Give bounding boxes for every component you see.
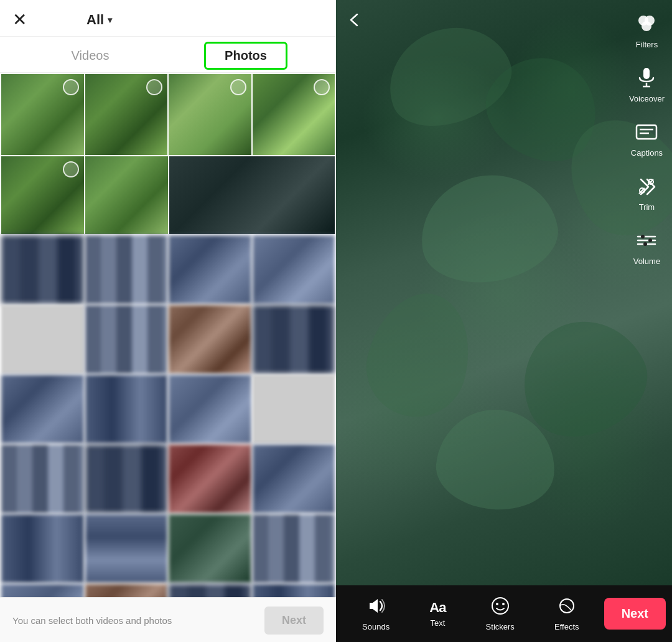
grid-row bbox=[1, 235, 335, 304]
grid-cell[interactable] bbox=[85, 235, 168, 304]
filter-label: All bbox=[86, 12, 104, 28]
right-panel: Filters Voiceover bbox=[336, 0, 672, 642]
grid-row bbox=[1, 445, 335, 513]
stickers-icon bbox=[491, 597, 510, 620]
captions-label: Captions bbox=[631, 148, 663, 158]
close-button[interactable]: ✕ bbox=[12, 11, 27, 29]
bottom-hint: You can select both videos and photos bbox=[12, 615, 172, 626]
grid-cell[interactable] bbox=[253, 445, 335, 513]
volume-icon bbox=[633, 227, 660, 254]
nav-effects[interactable]: Effects bbox=[554, 597, 579, 631]
svg-point-20 bbox=[496, 603, 498, 605]
grid-cell[interactable] bbox=[169, 156, 335, 234]
grid-cell[interactable] bbox=[1, 305, 84, 374]
select-circle bbox=[230, 79, 246, 95]
text-label: Text bbox=[430, 618, 445, 628]
bottom-bar: You can select both videos and photos Ne… bbox=[0, 597, 336, 642]
grid-cell[interactable] bbox=[1, 445, 84, 513]
right-tools: Filters Voiceover bbox=[629, 10, 665, 266]
grid-row bbox=[1, 514, 335, 583]
grid-cell[interactable] bbox=[253, 305, 335, 374]
grid-row bbox=[1, 156, 335, 234]
grid-cell[interactable] bbox=[253, 514, 335, 583]
grid-cell[interactable] bbox=[1, 156, 84, 234]
tool-volume[interactable]: Volume bbox=[633, 227, 660, 266]
grid-cell[interactable] bbox=[169, 305, 251, 374]
effects-label: Effects bbox=[554, 622, 579, 631]
grid-cell[interactable] bbox=[85, 445, 168, 513]
tool-voiceover[interactable]: Voiceover bbox=[629, 64, 665, 103]
grid-cell[interactable] bbox=[253, 235, 335, 304]
volume-label: Volume bbox=[633, 257, 660, 266]
grid-cell[interactable] bbox=[253, 375, 335, 443]
grid-cell[interactable] bbox=[1, 584, 84, 597]
tab-photos-wrapper: Photos bbox=[168, 42, 324, 70]
nav-sounds[interactable]: Sounds bbox=[362, 597, 390, 631]
sounds-label: Sounds bbox=[362, 622, 390, 631]
grid-cell[interactable] bbox=[85, 156, 168, 234]
captions-icon bbox=[633, 118, 660, 146]
grid-cell[interactable] bbox=[169, 375, 251, 443]
grid-row bbox=[1, 74, 335, 155]
grid-cell[interactable] bbox=[1, 514, 84, 583]
svg-point-18 bbox=[643, 242, 647, 246]
grid-cell[interactable] bbox=[85, 584, 168, 597]
grid-cell[interactable] bbox=[85, 74, 168, 155]
tab-videos[interactable]: Videos bbox=[12, 49, 168, 63]
next-button-left[interactable]: Next bbox=[264, 607, 324, 635]
grid-cell[interactable] bbox=[169, 514, 251, 583]
tool-captions[interactable]: Captions bbox=[631, 118, 663, 158]
grid-row bbox=[1, 375, 335, 443]
sounds-icon bbox=[366, 597, 385, 620]
grid-cell[interactable] bbox=[85, 514, 168, 583]
effects-icon bbox=[558, 597, 576, 620]
photo-grid bbox=[0, 73, 336, 597]
select-circle bbox=[314, 79, 330, 95]
grid-cell[interactable] bbox=[169, 584, 251, 597]
nav-items: Sounds Aa Text Stickers bbox=[342, 597, 599, 631]
media-tabs: Videos Photos bbox=[0, 37, 336, 73]
left-panel: ✕ All ▾ Videos Photos bbox=[0, 0, 336, 642]
svg-rect-6 bbox=[637, 125, 656, 139]
grid-cell[interactable] bbox=[169, 445, 251, 513]
left-header: ✕ All ▾ bbox=[0, 0, 336, 37]
trim-label: Trim bbox=[639, 202, 655, 212]
voiceover-icon bbox=[633, 64, 660, 92]
stickers-label: Stickers bbox=[486, 622, 515, 631]
filters-icon bbox=[633, 10, 660, 37]
trim-icon bbox=[633, 172, 660, 200]
select-circle bbox=[146, 79, 162, 95]
tab-photos[interactable]: Photos bbox=[204, 42, 287, 70]
tool-filters[interactable]: Filters bbox=[633, 10, 660, 49]
grid-cell[interactable] bbox=[169, 74, 251, 155]
svg-point-19 bbox=[492, 598, 508, 614]
grid-row bbox=[1, 305, 335, 374]
grid-cell[interactable] bbox=[1, 235, 84, 304]
tool-trim[interactable]: Trim bbox=[633, 172, 660, 212]
svg-rect-3 bbox=[643, 68, 650, 79]
svg-point-21 bbox=[502, 603, 505, 605]
svg-point-17 bbox=[648, 238, 652, 242]
nav-stickers[interactable]: Stickers bbox=[486, 597, 515, 631]
grid-cell[interactable] bbox=[253, 74, 335, 155]
grid-cell[interactable] bbox=[85, 375, 168, 443]
text-icon: Aa bbox=[429, 600, 446, 616]
next-button-right[interactable]: Next bbox=[604, 598, 666, 630]
preview-image: Filters Voiceover bbox=[336, 0, 672, 585]
chevron-down-icon: ▾ bbox=[108, 15, 112, 25]
nav-text[interactable]: Aa Text bbox=[429, 600, 446, 628]
filters-label: Filters bbox=[636, 40, 658, 49]
bottom-nav: Sounds Aa Text Stickers bbox=[336, 585, 672, 642]
voiceover-label: Voiceover bbox=[629, 94, 665, 103]
svg-point-2 bbox=[642, 21, 651, 31]
grid-cell[interactable] bbox=[253, 584, 335, 597]
grid-cell[interactable] bbox=[1, 74, 84, 155]
filter-dropdown[interactable]: All ▾ bbox=[86, 12, 112, 28]
grid-cell[interactable] bbox=[1, 375, 84, 443]
grid-row bbox=[1, 584, 335, 597]
back-button[interactable] bbox=[346, 11, 363, 33]
grid-cell[interactable] bbox=[169, 235, 251, 304]
select-circle bbox=[63, 161, 79, 177]
svg-point-16 bbox=[641, 235, 645, 238]
grid-cell[interactable] bbox=[85, 305, 168, 374]
